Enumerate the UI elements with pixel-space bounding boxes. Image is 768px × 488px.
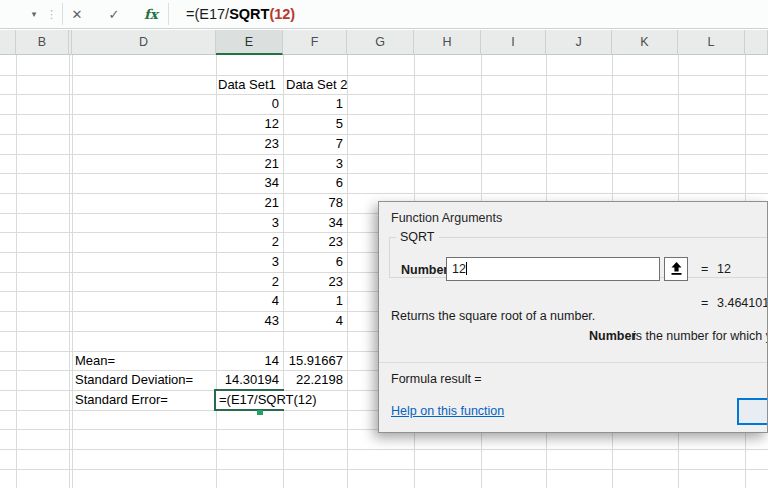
cell-stat-f-value[interactable]: 22.2198 bbox=[284, 370, 343, 390]
cancel-icon[interactable]: ✕ bbox=[68, 0, 86, 29]
argument-result-value: 12 bbox=[717, 259, 731, 279]
formula-argument: (12) bbox=[269, 6, 295, 22]
column-header-H[interactable]: H bbox=[414, 30, 481, 55]
gridline bbox=[0, 154, 768, 155]
cell-data-set2-value[interactable]: 23 bbox=[284, 272, 343, 292]
number-input-value: 12 bbox=[452, 262, 466, 276]
gridline bbox=[0, 75, 768, 76]
cell-data-set1-value[interactable]: 23 bbox=[216, 134, 279, 154]
divider bbox=[379, 362, 767, 363]
enter-icon[interactable]: ✓ bbox=[105, 0, 123, 29]
edit-cell-handle[interactable] bbox=[257, 410, 263, 415]
function-description: Returns the square root of a number. bbox=[391, 306, 595, 326]
excel-window: ▾ ⋮ ✕ ✓ fx =(E17/SQRT(12) BDEFGHIJKL Dat… bbox=[0, 0, 768, 488]
argument-help-text: is the number for which you bbox=[633, 326, 768, 346]
cell-data-set1-value[interactable]: 21 bbox=[216, 154, 279, 174]
gridline bbox=[0, 193, 768, 194]
gridline bbox=[0, 114, 768, 115]
cell-data-set1-value[interactable]: 34 bbox=[216, 173, 279, 193]
function-name-label: SQRT bbox=[396, 230, 439, 244]
cell-data-set2-value[interactable]: 4 bbox=[284, 311, 343, 331]
gridline bbox=[0, 469, 768, 470]
cell-data-set2-value[interactable]: 78 bbox=[284, 193, 343, 213]
column-header-I[interactable]: I bbox=[481, 30, 546, 55]
gridline bbox=[0, 173, 768, 174]
divider bbox=[168, 3, 169, 25]
gridline bbox=[0, 94, 768, 95]
column-header-F[interactable]: F bbox=[283, 30, 347, 55]
help-on-function-link[interactable]: Help on this function bbox=[391, 401, 504, 421]
cell-e2-data-set1-header[interactable]: Data Set1 bbox=[218, 75, 276, 95]
cell-data-set1-value[interactable]: 4 bbox=[216, 291, 279, 311]
column-header-blank[interactable] bbox=[745, 30, 768, 55]
cell-data-set2-value[interactable]: 1 bbox=[284, 291, 343, 311]
number-argument-input[interactable]: 12 bbox=[446, 257, 660, 281]
gridline bbox=[0, 449, 768, 450]
insert-function-icon[interactable]: fx bbox=[141, 0, 161, 29]
cell-data-set1-value[interactable]: 3 bbox=[216, 252, 279, 272]
formula-prefix: =(E17/ bbox=[186, 6, 229, 22]
column-header-B[interactable]: B bbox=[16, 30, 69, 55]
cell-stat-e-value[interactable]: 14 bbox=[216, 351, 279, 371]
column-header-L[interactable]: L bbox=[678, 30, 745, 55]
column-header-J[interactable]: J bbox=[546, 30, 612, 55]
cell-data-set2-value[interactable]: 34 bbox=[284, 213, 343, 233]
number-argument-label: Number bbox=[401, 258, 448, 282]
cell-data-set1-value[interactable]: 12 bbox=[216, 114, 279, 134]
cell-data-set2-value[interactable]: 1 bbox=[284, 94, 343, 114]
equals-sign: = bbox=[701, 259, 708, 279]
cell-data-set1-value[interactable]: 0 bbox=[216, 94, 279, 114]
column-headers: BDEFGHIJKL bbox=[0, 30, 768, 55]
collapse-dialog-icon bbox=[670, 265, 683, 279]
column-header-E[interactable]: E bbox=[216, 30, 283, 55]
column-header-K[interactable]: K bbox=[612, 30, 678, 55]
cell-stat-f-value[interactable]: 15.91667 bbox=[284, 351, 343, 371]
formula-function-name: SQRT bbox=[229, 6, 269, 22]
argument-help-label: Number bbox=[589, 326, 636, 346]
grip-dots-icon[interactable]: ⋮ bbox=[44, 0, 58, 29]
formula-bar: ▾ ⋮ ✕ ✓ fx =(E17/SQRT(12) bbox=[0, 0, 768, 29]
cell-data-set2-value[interactable]: 7 bbox=[284, 134, 343, 154]
cell-data-set2-value[interactable]: 6 bbox=[284, 173, 343, 193]
column-header-G[interactable]: G bbox=[347, 30, 414, 55]
cell-data-set1-value[interactable]: 21 bbox=[216, 193, 279, 213]
ok-button[interactable] bbox=[737, 398, 768, 425]
name-box-dropdown-icon[interactable]: ▾ bbox=[26, 0, 42, 29]
edit-cell-formula: =(E17/SQRT(12) bbox=[219, 391, 320, 409]
column-header-blank[interactable] bbox=[0, 30, 16, 55]
cell-data-set2-value[interactable]: 6 bbox=[284, 252, 343, 272]
equals-sign: = bbox=[701, 293, 708, 313]
collapse-dialog-button[interactable] bbox=[664, 257, 688, 281]
function-result-value: 3.46410161 bbox=[717, 293, 768, 313]
cell-data-set1-value[interactable]: 43 bbox=[216, 311, 279, 331]
cell-data-set1-value[interactable]: 2 bbox=[216, 272, 279, 292]
text-caret bbox=[466, 262, 467, 275]
cell-data-set2-value[interactable]: 3 bbox=[284, 154, 343, 174]
cell-f2-data-set2-header[interactable]: Data Set 2 bbox=[286, 75, 347, 95]
cell-data-set1-value[interactable]: 3 bbox=[216, 213, 279, 233]
cell-stat-label[interactable]: Standard Deviation= bbox=[75, 370, 193, 390]
formula-bar-input[interactable]: =(E17/SQRT(12) bbox=[186, 0, 295, 29]
divider bbox=[62, 3, 63, 25]
cell-stat-label[interactable]: Mean= bbox=[75, 351, 115, 371]
formula-result-label: Formula result = bbox=[391, 369, 482, 389]
function-arguments-dialog: Function Arguments SQRT Number 12 = 12 =… bbox=[378, 201, 768, 433]
cell-stat-label[interactable]: Standard Error= bbox=[75, 390, 168, 410]
cell-data-set2-value[interactable]: 5 bbox=[284, 114, 343, 134]
cell-data-set1-value[interactable]: 2 bbox=[216, 232, 279, 252]
cell-stat-e-value[interactable]: 14.30194 bbox=[216, 370, 279, 390]
active-edit-cell[interactable]: =(E17/SQRT(12) bbox=[214, 389, 284, 411]
cell-data-set2-value[interactable]: 23 bbox=[284, 232, 343, 252]
dialog-title[interactable]: Function Arguments bbox=[391, 208, 502, 228]
gridline bbox=[0, 134, 768, 135]
column-header-D[interactable]: D bbox=[72, 30, 216, 55]
